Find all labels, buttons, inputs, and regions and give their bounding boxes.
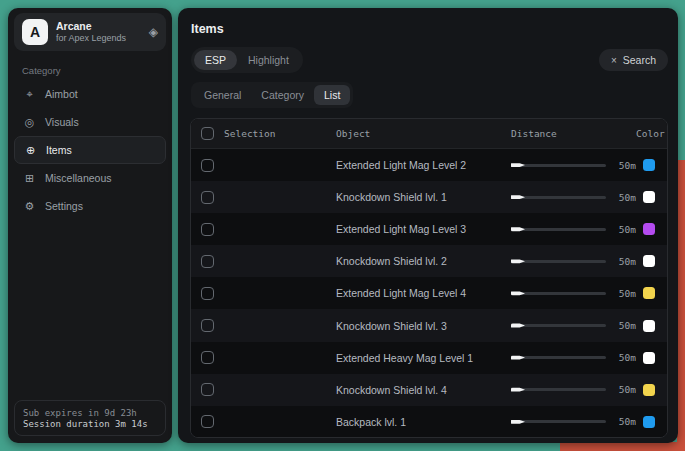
distance-slider-thumb[interactable]: [511, 194, 525, 200]
distance-slider[interactable]: [511, 292, 606, 295]
mode-tabs: ESP Highlight: [191, 47, 303, 73]
sidebar-item-visuals[interactable]: ◎ Visuals: [14, 108, 166, 136]
row-color-cell: [636, 352, 667, 364]
color-swatch[interactable]: [643, 320, 655, 332]
row-object: Knockdown Shield lvl. 2: [336, 255, 511, 267]
row-distance-cell: 50m: [511, 256, 636, 267]
row-checkbox[interactable]: [201, 415, 214, 428]
view-row: General Category List: [191, 82, 353, 108]
table-header-row: Selection Object Distance Color: [191, 119, 667, 149]
diamond-badge-icon[interactable]: ◈: [149, 25, 158, 39]
row-color-cell: [636, 384, 667, 396]
category-section-label: Category: [22, 65, 61, 76]
row-checkbox[interactable]: [201, 383, 214, 396]
select-all-checkbox[interactable]: [201, 127, 214, 140]
mode-row: ESP Highlight × Search: [191, 47, 668, 73]
session-info-box: Sub expires in 9d 23h Session duration 3…: [14, 400, 166, 436]
background-accent-bottom: [560, 442, 685, 451]
sidebar-item-label: Miscellaneous: [45, 172, 112, 184]
row-selection-cell: [191, 159, 336, 172]
table-row: Knockdown Shield lvl. 4 50m: [191, 374, 667, 406]
tab-esp[interactable]: ESP: [194, 50, 237, 70]
distance-slider-thumb[interactable]: [511, 323, 525, 329]
sidebar-item-settings[interactable]: ⚙ Settings: [14, 192, 166, 220]
row-checkbox[interactable]: [201, 191, 214, 204]
row-checkbox[interactable]: [201, 159, 214, 172]
distance-slider[interactable]: [511, 420, 606, 423]
distance-slider[interactable]: [511, 228, 606, 231]
distance-slider-thumb[interactable]: [511, 162, 525, 168]
distance-slider-thumb[interactable]: [511, 355, 525, 361]
sidebar-item-items[interactable]: ⊕ Items: [14, 136, 166, 164]
header-object-label: Object: [336, 128, 511, 139]
sidebar-item-miscellaneous[interactable]: ⊞ Miscellaneous: [14, 164, 166, 192]
row-distance-cell: 50m: [511, 352, 636, 363]
distance-slider-thumb[interactable]: [511, 226, 525, 232]
app-subtitle: for Apex Legends: [56, 33, 141, 44]
color-swatch[interactable]: [643, 287, 655, 299]
row-selection-cell: [191, 223, 336, 236]
color-swatch[interactable]: [643, 384, 655, 396]
table-row: Knockdown Shield lvl. 1 50m: [191, 181, 667, 213]
tab-category[interactable]: Category: [251, 85, 314, 105]
distance-slider[interactable]: [511, 196, 606, 199]
row-checkbox[interactable]: [201, 223, 214, 236]
distance-slider[interactable]: [511, 388, 606, 391]
color-swatch[interactable]: [643, 159, 655, 171]
distance-slider[interactable]: [511, 260, 606, 263]
color-swatch[interactable]: [643, 352, 655, 364]
row-object: Extended Heavy Mag Level 1: [336, 352, 511, 364]
sidebar-item-label: Aimbot: [45, 88, 78, 100]
sidebar-item-label: Settings: [45, 200, 83, 212]
sub-expiry-text: Sub expires in 9d 23h: [23, 408, 157, 418]
header-distance-label: Distance: [511, 128, 636, 139]
distance-slider[interactable]: [511, 324, 606, 327]
grid-icon: ⊞: [23, 172, 36, 185]
table-row: Extended Light Mag Level 4 50m: [191, 277, 667, 309]
row-checkbox[interactable]: [201, 351, 214, 364]
row-distance-cell: 50m: [511, 288, 636, 299]
row-color-cell: [636, 320, 667, 332]
distance-slider-thumb[interactable]: [511, 419, 525, 425]
row-distance-cell: 50m: [511, 160, 636, 171]
row-distance-value: 50m: [619, 160, 636, 171]
row-selection-cell: [191, 351, 336, 364]
row-color-cell: [636, 255, 667, 267]
distance-slider[interactable]: [511, 164, 606, 167]
row-distance-value: 50m: [619, 320, 636, 331]
row-distance-cell: 50m: [511, 320, 636, 331]
crosshair-icon: ⌖: [23, 88, 36, 101]
distance-slider-thumb[interactable]: [511, 290, 525, 296]
row-checkbox[interactable]: [201, 319, 214, 332]
app-meta: Arcane for Apex Legends: [56, 20, 141, 44]
distance-slider[interactable]: [511, 356, 606, 359]
color-swatch[interactable]: [643, 223, 655, 235]
row-distance-value: 50m: [619, 416, 636, 427]
color-swatch[interactable]: [643, 255, 655, 267]
header-selection-cell: Selection: [191, 127, 336, 140]
search-button[interactable]: × Search: [599, 49, 668, 71]
row-selection-cell: [191, 319, 336, 332]
row-checkbox[interactable]: [201, 255, 214, 268]
row-selection-cell: [191, 191, 336, 204]
color-swatch[interactable]: [643, 191, 655, 203]
distance-slider-thumb[interactable]: [511, 258, 525, 264]
tab-highlight[interactable]: Highlight: [237, 50, 300, 70]
row-checkbox[interactable]: [201, 287, 214, 300]
session-duration-text: Session duration 3m 14s: [23, 419, 157, 429]
table-row: Extended Heavy Mag Level 1 50m: [191, 342, 667, 374]
row-selection-cell: [191, 287, 336, 300]
row-distance-value: 50m: [619, 352, 636, 363]
row-color-cell: [636, 223, 667, 235]
color-swatch[interactable]: [643, 416, 655, 428]
distance-slider-thumb[interactable]: [511, 387, 525, 393]
row-color-cell: [636, 159, 667, 171]
background-accent-right: [677, 160, 685, 451]
sidebar-item-label: Visuals: [45, 116, 79, 128]
row-distance-cell: 50m: [511, 192, 636, 203]
tab-general[interactable]: General: [194, 85, 251, 105]
row-object: Knockdown Shield lvl. 1: [336, 191, 511, 203]
tab-list[interactable]: List: [314, 85, 350, 105]
table-row: Knockdown Shield lvl. 2 50m: [191, 245, 667, 277]
sidebar-item-aimbot[interactable]: ⌖ Aimbot: [14, 80, 166, 108]
